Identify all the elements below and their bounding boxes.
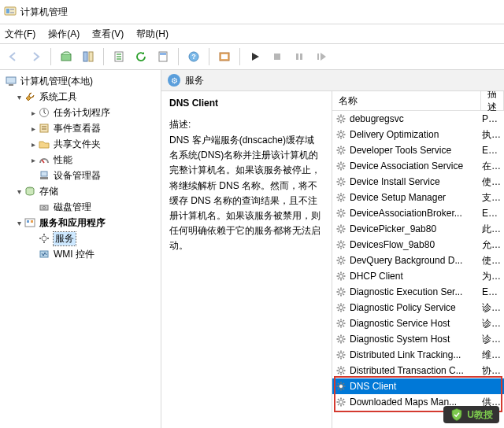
- event-icon: [38, 122, 50, 135]
- service-name-cell: Delivery Optimization: [332, 129, 477, 140]
- chevron-down-icon[interactable]: ▾: [14, 93, 24, 101]
- service-desc-cell: 执行...: [477, 128, 504, 142]
- tree-storage[interactable]: ▾ 存储: [2, 183, 159, 199]
- chevron-right-icon[interactable]: ▸: [28, 124, 38, 133]
- list-row[interactable]: Device Association Service在系...: [332, 158, 504, 174]
- device-icon: [38, 169, 50, 182]
- export-list-button[interactable]: [109, 46, 129, 67]
- gear-icon: [38, 232, 50, 245]
- stop-button[interactable]: [267, 46, 287, 67]
- tree-device-manager[interactable]: ▸ 设备管理器: [2, 168, 159, 183]
- chevron-right-icon[interactable]: ▸: [28, 109, 38, 117]
- list-row[interactable]: Distributed Transaction C...协调...: [332, 363, 504, 378]
- list-row[interactable]: Device Setup Manager支持...: [332, 190, 504, 205]
- list-row[interactable]: Distributed Link Tracking...维护...: [332, 347, 504, 363]
- list-row[interactable]: DeviceAssociationBroker...Ena...: [332, 205, 504, 221]
- folder-share-icon: [38, 138, 50, 150]
- tree-disk-mgmt[interactable]: ▸ 磁盘管理: [2, 199, 159, 215]
- list-header[interactable]: 名称 描述: [332, 91, 504, 111]
- svg-line-135: [343, 273, 344, 274]
- service-name-cell: debugregsvc: [332, 113, 477, 124]
- tree-event-viewer[interactable]: ▸ 事件查看器: [2, 120, 159, 136]
- navigation-tree[interactable]: 计算机管理(本地) ▾ 系统工具 ▸ 任务计划程序 ▸ 事件查看器 ▸ 共享文件…: [0, 70, 161, 428]
- svg-line-43: [343, 121, 344, 122]
- list-row[interactable]: Delivery Optimization执行...: [332, 127, 504, 142]
- tree-services-apps[interactable]: ▾ 服务和应用程序: [2, 215, 159, 231]
- svg-line-207: [343, 399, 344, 400]
- menu-file[interactable]: 文件(F): [5, 28, 35, 41]
- column-desc[interactable]: 描述: [481, 91, 504, 110]
- svg-point-37: [339, 117, 343, 121]
- tree-root[interactable]: 计算机管理(本地): [2, 73, 159, 89]
- help-button[interactable]: ?: [183, 46, 204, 67]
- gear-icon: [335, 208, 346, 219]
- list-row[interactable]: DevQuery Background D...使应...: [332, 253, 504, 268]
- menubar: 文件(F) 操作(A) 查看(V) 帮助(H): [0, 24, 504, 43]
- nav-back-button[interactable]: [3, 46, 24, 67]
- svg-rect-9: [160, 53, 166, 55]
- service-name-cell: DeviceAssociationBroker...: [332, 208, 477, 219]
- svg-line-81: [343, 179, 344, 179]
- svg-point-136: [339, 290, 343, 294]
- apps-icon: [24, 216, 36, 229]
- list-row[interactable]: Diagnostic Execution Ser...Exec...: [332, 284, 504, 300]
- refresh-button[interactable]: [131, 46, 151, 67]
- list-row[interactable]: Developer Tools ServiceEna...: [332, 142, 504, 158]
- gear-icon: [335, 286, 346, 297]
- svg-line-170: [338, 341, 339, 342]
- services-list[interactable]: 名称 描述 debugregsvcProv...Delivery Optimiz…: [332, 91, 504, 428]
- tree-wmi[interactable]: ▸ WMI 控件: [2, 246, 159, 262]
- svg-line-108: [343, 226, 344, 227]
- list-row[interactable]: DevicesFlow_9ab80允许...: [332, 237, 504, 253]
- menu-action[interactable]: 操作(A): [48, 28, 80, 41]
- gear-icon: [335, 129, 346, 140]
- list-row[interactable]: Device Install Service使计...: [332, 174, 504, 190]
- svg-line-160: [343, 326, 344, 327]
- tree-task-scheduler[interactable]: ▸ 任务计划程序: [2, 105, 159, 120]
- clock-icon: [38, 106, 50, 119]
- toolbar-button-1[interactable]: [56, 46, 76, 67]
- start-button[interactable]: [245, 46, 265, 67]
- svg-line-204: [338, 399, 339, 400]
- tree-services[interactable]: ▸ 服务: [2, 231, 159, 246]
- app-icon: [3, 5, 17, 19]
- svg-line-125: [338, 263, 339, 264]
- menu-view[interactable]: 查看(V): [92, 28, 124, 41]
- list-row[interactable]: Diagnostic Policy Service诊断...: [332, 300, 504, 315]
- list-row[interactable]: DHCP Client为此...: [332, 268, 504, 284]
- chevron-down-icon[interactable]: ▾: [14, 219, 24, 227]
- svg-point-73: [339, 180, 343, 184]
- gauge-icon: [38, 153, 50, 166]
- service-desc-cell: 诊断...: [477, 333, 504, 346]
- list-row[interactable]: Diagnostic Service Host诊断...: [332, 315, 504, 331]
- chevron-down-icon[interactable]: ▾: [14, 187, 24, 196]
- svg-line-69: [338, 163, 339, 164]
- chevron-right-icon[interactable]: ▸: [28, 140, 38, 149]
- chevron-right-icon[interactable]: ▸: [28, 156, 38, 164]
- service-desc-cell: 支持...: [477, 191, 504, 205]
- column-name[interactable]: 名称: [332, 91, 481, 110]
- restart-button[interactable]: [311, 46, 332, 67]
- pause-button[interactable]: [289, 46, 309, 67]
- gear-icon: [335, 192, 346, 203]
- svg-line-60: [338, 147, 339, 148]
- svg-line-114: [338, 242, 339, 242]
- gear-icon: [335, 239, 346, 250]
- svg-line-142: [343, 294, 344, 295]
- properties-button[interactable]: [153, 46, 173, 67]
- svg-line-80: [338, 184, 339, 185]
- tree-shared-folders[interactable]: ▸ 共享文件夹: [2, 136, 159, 152]
- menu-help[interactable]: 帮助(H): [136, 28, 169, 41]
- svg-line-22: [42, 160, 44, 163]
- toolbar-button-7[interactable]: [214, 46, 235, 67]
- list-row[interactable]: Diagnostic System Host诊断...: [332, 331, 504, 347]
- nav-forward-button[interactable]: [25, 46, 46, 67]
- svg-line-51: [338, 131, 339, 132]
- tree-performance[interactable]: ▸ 性能: [2, 152, 159, 168]
- list-row[interactable]: DevicePicker_9ab80此用...: [332, 221, 504, 237]
- tree-system-tools[interactable]: ▾ 系统工具: [2, 89, 159, 105]
- toolbar-button-2[interactable]: [78, 46, 98, 67]
- list-row[interactable]: debugregsvcProv...: [332, 111, 504, 127]
- list-row[interactable]: DNS Client: [332, 378, 504, 394]
- service-name-cell: DevicePicker_9ab80: [332, 223, 477, 234]
